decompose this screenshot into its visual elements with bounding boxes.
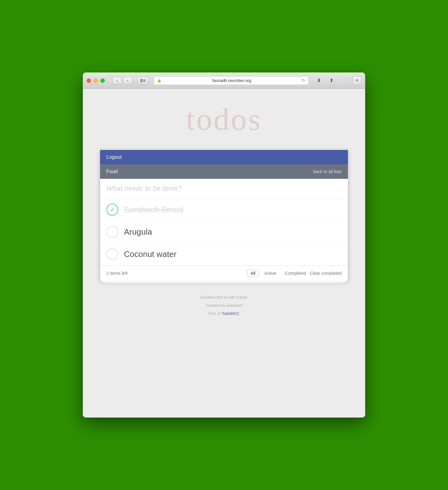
todo-item: Coconut water bbox=[100, 243, 348, 265]
minimize-button[interactable] bbox=[93, 78, 98, 83]
filter-buttons: All Active Completed bbox=[247, 269, 310, 277]
title-bar: ‹ › 🔒 faunadb.neocities.org ↻ ⬇ ⬆ ⬜ + bbox=[83, 72, 365, 89]
filter-all-button[interactable]: All bbox=[247, 269, 259, 277]
download-icon[interactable]: ⬇ bbox=[314, 76, 324, 85]
mac-window: ‹ › 🔒 faunadb.neocities.org ↻ ⬇ ⬆ ⬜ + to… bbox=[83, 72, 365, 418]
logout-button[interactable]: Logout bbox=[106, 154, 122, 160]
nav-bar: Logout bbox=[100, 150, 348, 164]
svg-rect-1 bbox=[143, 79, 146, 80]
svg-rect-2 bbox=[143, 80, 146, 81]
maximize-button[interactable] bbox=[100, 78, 105, 83]
todo-container: ✓ Sandwich Bread Arugula Coconut water bbox=[100, 179, 348, 281]
list-name: Food bbox=[106, 169, 118, 174]
lock-icon: 🔒 bbox=[157, 78, 162, 83]
forward-button[interactable]: › bbox=[123, 77, 132, 84]
todo-footer: 2 items left All Active Completed Clear … bbox=[100, 265, 348, 281]
todo-checkbox-1[interactable]: ✓ bbox=[106, 204, 118, 216]
new-tab-button[interactable]: + bbox=[353, 76, 361, 85]
todo-app: Logout Food back to all lists bbox=[100, 150, 348, 281]
todo-input-area bbox=[100, 179, 348, 199]
filter-active-button[interactable]: Active bbox=[261, 269, 280, 277]
footer-line-3: Part of TodoMVC bbox=[200, 310, 248, 318]
address-bar[interactable]: 🔒 faunadb.neocities.org ↻ bbox=[154, 76, 309, 85]
svg-rect-0 bbox=[141, 79, 142, 83]
todomvc-link[interactable]: TodoMVC bbox=[221, 311, 239, 316]
todo-text-1: Sandwich Bread bbox=[124, 205, 183, 215]
new-todo-input[interactable] bbox=[106, 184, 342, 193]
url-text: faunadb.neocities.org bbox=[163, 78, 300, 83]
todo-text-2: Arugula bbox=[124, 227, 152, 237]
page-content: todos Logout Food back to all lists bbox=[83, 89, 365, 418]
share-icon[interactable]: ⬆ bbox=[326, 76, 336, 85]
toolbar-icons: ⬇ ⬆ ⬜ bbox=[314, 76, 349, 85]
svg-rect-3 bbox=[143, 81, 146, 82]
tab-icon[interactable]: ⬜ bbox=[339, 76, 349, 85]
footer-part-of-prefix: Part of bbox=[209, 311, 222, 316]
items-left-count: 2 items left bbox=[106, 271, 247, 276]
back-to-lists-link[interactable]: back to all lists bbox=[313, 169, 342, 174]
nav-buttons: ‹ › bbox=[112, 77, 132, 84]
todo-checkbox-2[interactable] bbox=[106, 226, 118, 238]
todo-item: ✓ Sandwich Bread bbox=[100, 199, 348, 221]
shadow-layer-2 bbox=[103, 282, 345, 283]
app-title: todos bbox=[186, 101, 262, 137]
todo-app-wrapper: Logout Food back to all lists bbox=[100, 150, 348, 281]
list-header: Food back to all lists bbox=[100, 164, 348, 179]
todo-checkbox-3[interactable] bbox=[106, 248, 118, 260]
todo-item: Arugula bbox=[100, 221, 348, 243]
clear-completed-button[interactable]: Clear completed bbox=[310, 271, 342, 276]
footer-line-2: Created by petehunt bbox=[200, 301, 248, 310]
todo-text-3: Coconut water bbox=[124, 249, 177, 259]
sidebar-button[interactable] bbox=[137, 77, 149, 84]
filter-completed-button[interactable]: Completed bbox=[281, 269, 310, 277]
back-button[interactable]: ‹ bbox=[112, 77, 122, 84]
footer-created-prefix: Created by bbox=[205, 303, 227, 308]
close-button[interactable] bbox=[87, 78, 91, 83]
traffic-lights bbox=[87, 78, 105, 83]
refresh-icon[interactable]: ↻ bbox=[302, 78, 305, 83]
checkmark-icon: ✓ bbox=[110, 206, 115, 213]
page-footer: Double-click to edit a todo Created by p… bbox=[200, 293, 248, 318]
footer-author: petehunt bbox=[227, 303, 243, 308]
footer-line-1: Double-click to edit a todo bbox=[200, 293, 248, 301]
